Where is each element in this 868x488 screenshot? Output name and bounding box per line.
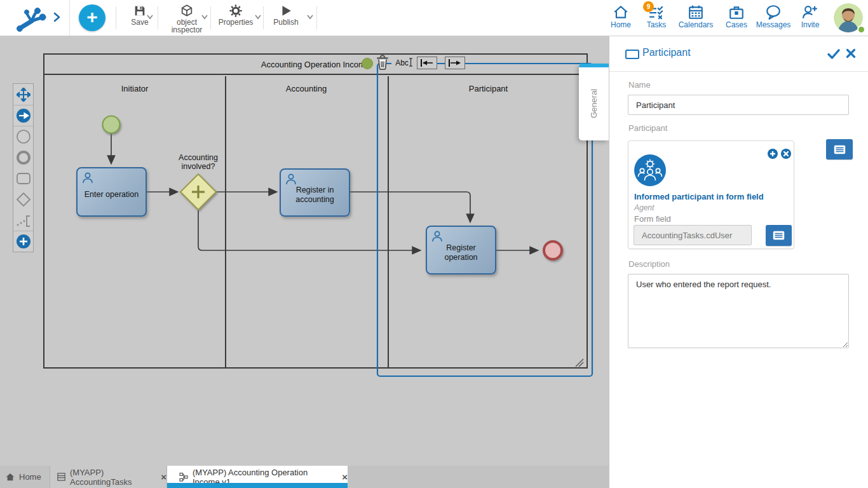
insert-lane-before-button[interactable] (417, 57, 437, 69)
nav-calendars-label: Calendars (679, 20, 714, 29)
insert-lane-after-button[interactable] (445, 57, 465, 69)
task-icon (16, 172, 31, 185)
name-input[interactable] (628, 95, 849, 115)
user-task-icon (81, 172, 94, 184)
panel-title: Participant (642, 47, 691, 58)
participant-rule-link[interactable]: Informed participant in form field (634, 192, 790, 201)
toolbar-separator (316, 6, 317, 29)
save-dropdown-icon[interactable] (146, 14, 154, 20)
card-remove-button[interactable] (781, 149, 791, 159)
save-icon (133, 4, 147, 18)
agent-group-gear-icon (634, 154, 666, 186)
lane-selection-outline[interactable] (377, 64, 592, 376)
palette-move-tool[interactable] (13, 84, 33, 105)
card-add-button[interactable] (768, 149, 778, 159)
user-task-icon (431, 230, 444, 243)
participant-type-label: Agent (634, 203, 654, 212)
process-diagram-icon (179, 472, 189, 482)
start-event-node[interactable] (103, 116, 120, 133)
list-icon (773, 231, 785, 240)
toolbar-separator (263, 6, 264, 29)
form-field-picker-button[interactable] (766, 225, 792, 246)
end-event-icon (16, 150, 31, 165)
participant-type-avatar (634, 154, 666, 186)
task-register-operation[interactable]: Register operation (426, 226, 496, 274)
publish-dropdown-icon[interactable] (306, 14, 314, 20)
tab-label: Home (19, 472, 41, 482)
publish-button[interactable]: Publish (268, 3, 304, 34)
toolbar-separator (116, 6, 116, 29)
properties-dropdown-icon[interactable] (254, 14, 262, 20)
add-button[interactable]: + (79, 4, 105, 31)
gateway-icon (16, 192, 31, 207)
properties-panel: Participant Name Participant (609, 36, 868, 488)
palette-end-event[interactable] (13, 147, 33, 168)
close-panel-button[interactable] (846, 48, 856, 58)
participant-card: Informed participant in form field Agent… (628, 140, 794, 249)
tab-accounting-tasks[interactable]: (MYAPP) AccountingTasks × (50, 466, 167, 488)
briefcase-icon (728, 4, 745, 20)
participant-section-label: Participant (628, 123, 667, 133)
object-inspector-dropdown-icon[interactable] (201, 14, 208, 20)
toolbar-separator (210, 6, 211, 29)
bpmn-editor-app: + Save object inspector (0, 0, 868, 488)
properties-label: Properties (215, 18, 257, 26)
description-textarea[interactable]: User who entered the report request. (628, 274, 849, 348)
invite-icon (802, 4, 818, 20)
nav-invite[interactable]: Invite (797, 4, 824, 29)
record-list-icon (57, 472, 66, 482)
insert-lane-before-icon (417, 57, 437, 69)
form-field-label: Form field (634, 214, 671, 224)
nav-calendars[interactable]: Calendars (675, 4, 717, 29)
pool-resize-handle[interactable] (576, 359, 583, 367)
nav-messages[interactable]: Messages (754, 4, 793, 29)
active-tab-indicator (167, 483, 348, 488)
tab-close-icon[interactable]: × (342, 473, 348, 482)
gateway-node[interactable] (180, 174, 216, 210)
start-event-icon (16, 129, 31, 144)
delete-lane-icon[interactable] (374, 54, 391, 71)
palette-annotation[interactable] (13, 210, 33, 231)
diagram-canvas[interactable]: Accounting Operation Income Initiator Ac… (0, 36, 609, 466)
description-label: Description (628, 259, 670, 269)
task-register-in-accounting[interactable]: Register in accounting (280, 168, 350, 217)
nav-tasks[interactable]: 9 Tasks (642, 4, 671, 29)
palette-connector-tool[interactable] (13, 105, 33, 126)
task-enter-operation[interactable]: Enter operation (76, 167, 147, 217)
cube-icon (180, 4, 194, 18)
apply-button[interactable] (827, 48, 840, 60)
palette-gateway[interactable] (13, 189, 33, 210)
plus-icon (768, 149, 778, 159)
nav-messages-label: Messages (756, 20, 791, 29)
form-field-input[interactable] (634, 225, 752, 245)
flyout-tab-label: General (579, 67, 609, 140)
connector-arrow-icon (16, 108, 31, 123)
nav-home[interactable]: Home (606, 4, 635, 29)
gear-icon (229, 4, 243, 18)
properties-flyout-tab[interactable]: General (579, 64, 609, 140)
end-event-node[interactable] (544, 241, 562, 259)
user-task-icon (285, 173, 297, 186)
app-logo-box[interactable] (0, 0, 70, 36)
properties-button[interactable]: Properties (215, 3, 257, 34)
participant-picker-button[interactable] (826, 139, 853, 159)
nav-cases[interactable]: Cases (722, 4, 751, 29)
list-icon (834, 145, 846, 154)
toolbar-separator (158, 6, 158, 29)
move-icon (17, 88, 31, 102)
gateway-label: Accounting involved? (166, 153, 230, 172)
palette-start-event[interactable] (13, 126, 33, 147)
nav-home-label: Home (611, 20, 631, 29)
message-icon (765, 4, 782, 20)
tab-home[interactable]: Home (5, 466, 48, 488)
name-field-label: Name (628, 80, 651, 90)
rename-label: Abc (395, 58, 409, 67)
palette-add-element[interactable] (13, 231, 33, 252)
rename-lane-tool[interactable]: Abc (391, 57, 417, 69)
palette-task[interactable] (13, 168, 33, 189)
tab-close-icon[interactable]: × (161, 473, 166, 482)
play-icon (279, 4, 293, 18)
top-toolbar: + Save object inspector (0, 0, 868, 36)
publish-label: Publish (268, 18, 304, 26)
sidebar-expand-icon[interactable] (52, 11, 61, 23)
